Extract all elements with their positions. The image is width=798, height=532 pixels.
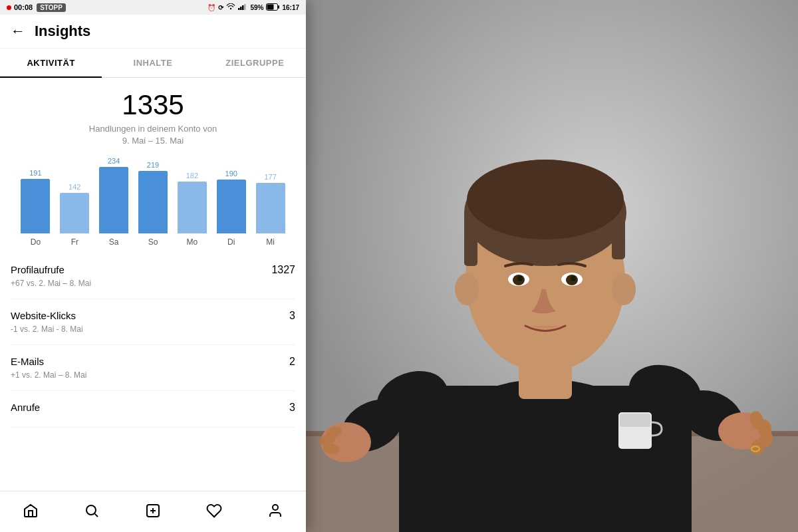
app-header: ← Insights [0, 15, 306, 49]
battery-icon [266, 3, 279, 12]
svg-rect-20 [612, 213, 625, 259]
tab-zielgruppe[interactable]: ZIELGRUPPE [204, 49, 306, 77]
nav-profile[interactable] [261, 496, 290, 525]
person-illustration [293, 0, 798, 532]
stats-section: Profilaufrufe1327+67 vs. 2. Mai – 8. Mai… [0, 253, 306, 428]
svg-rect-19 [464, 213, 477, 266]
stat-label-0: Profilaufrufe [11, 264, 65, 275]
content-area: 1335 Handlungen in deinem Konto von 9. M… [0, 78, 306, 491]
svg-point-8 [86, 505, 96, 515]
bar-fr: 142Fr [55, 183, 94, 247]
alarm-icon: ⏰ [207, 4, 215, 11]
stat-value-0: 1327 [271, 264, 295, 276]
svg-point-21 [467, 160, 624, 239]
bar-label-mi: Mi [266, 237, 275, 247]
nav-home[interactable] [16, 496, 45, 525]
stat-item-1: Website-Klicks3-1 vs. 2. Mai - 8. Mai [11, 299, 295, 345]
tabs-container: AKTIVITÄT INHALTE ZIELGRUPPE [0, 49, 306, 78]
bar-value-so: 219 [147, 161, 159, 169]
stat-item-0: Profilaufrufe1327+67 vs. 2. Mai – 8. Mai [11, 253, 295, 299]
video-background [293, 0, 798, 532]
clock: 16:17 [282, 4, 299, 11]
bar-mo: 182Mo [172, 172, 211, 247]
back-button[interactable]: ← [11, 23, 25, 40]
stat-change-1: -1 vs. 2. Mai - 8. Mai [11, 325, 295, 334]
svg-point-28 [455, 273, 479, 305]
bar-rect-di [217, 180, 246, 233]
svg-rect-45 [620, 414, 650, 427]
status-bar-right: ⏰ ⟳ 59% [207, 3, 299, 12]
svg-rect-4 [244, 4, 246, 10]
chart-section: 1335 Handlungen in deinem Konto von 9. M… [0, 78, 306, 253]
svg-rect-3 [242, 5, 244, 10]
chart-subtitle: Handlungen in deinem Konto von 9. Mai – … [11, 123, 295, 147]
phone-screen: 00:08 STOPP ⏰ ⟳ 59% [0, 0, 306, 532]
bar-value-di: 190 [225, 170, 237, 178]
stat-item-3: Anrufe3 [11, 391, 295, 428]
svg-rect-1 [238, 8, 240, 10]
bar-value-sa: 234 [108, 157, 120, 165]
status-bar: 00:08 STOPP ⏰ ⟳ 59% [0, 0, 306, 15]
nav-search[interactable] [77, 496, 106, 525]
bar-label-mo: Mo [187, 237, 198, 247]
svg-point-0 [230, 8, 231, 9]
wifi-icon [226, 3, 235, 11]
chart-total: 1335 [11, 91, 295, 119]
bar-rect-fr [60, 193, 89, 233]
svg-point-26 [517, 276, 523, 281]
stat-value-3: 3 [289, 402, 295, 414]
svg-point-29 [612, 273, 636, 305]
bar-value-do: 191 [29, 169, 41, 177]
bar-label-fr: Fr [71, 237, 78, 247]
stat-label-1: Website-Klicks [11, 310, 76, 321]
bar-label-di: Di [227, 237, 235, 247]
bar-value-mo: 182 [186, 172, 198, 180]
signal-icon [238, 3, 247, 11]
stat-value-2: 2 [289, 356, 295, 368]
bar-value-mi: 177 [264, 173, 276, 181]
tab-aktivitaet[interactable]: AKTIVITÄT [0, 49, 102, 77]
stat-change-0: +67 vs. 2. Mai – 8. Mai [11, 279, 295, 288]
bar-rect-mi [256, 183, 285, 233]
bottom-nav [0, 491, 306, 532]
orientation-icon: ⟳ [218, 4, 223, 11]
svg-rect-6 [267, 4, 274, 9]
svg-point-27 [571, 276, 576, 281]
bar-rect-do [21, 179, 50, 233]
bar-label-sa: Sa [109, 237, 119, 247]
stop-button[interactable]: STOPP [37, 3, 66, 12]
bar-do: 191Do [16, 169, 55, 247]
svg-rect-2 [240, 7, 242, 10]
stat-value-1: 3 [289, 310, 295, 322]
svg-rect-7 [278, 5, 279, 9]
stat-change-2: +1 vs. 2. Mai – 8. Mai [11, 370, 295, 380]
bar-mi: 177Mi [251, 173, 290, 247]
nav-add[interactable] [138, 496, 168, 525]
bar-rect-so [138, 171, 168, 233]
bar-value-fr: 142 [68, 183, 80, 191]
bar-sa: 234Sa [94, 157, 134, 247]
stat-item-2: E-Mails2+1 vs. 2. Mai – 8. Mai [11, 345, 295, 391]
bar-rect-sa [99, 167, 128, 233]
time-elapsed: 00:08 [14, 3, 33, 11]
battery-percent: 59% [250, 4, 263, 11]
svg-point-10 [273, 505, 278, 510]
stat-label-2: E-Mails [11, 356, 44, 367]
nav-heart[interactable] [200, 496, 229, 525]
stat-label-3: Anrufe [11, 402, 40, 413]
tab-inhalte[interactable]: INHALTE [102, 49, 203, 77]
bar-di: 190Di [211, 170, 251, 247]
page-title: Insights [35, 23, 90, 40]
bar-label-so: So [148, 237, 158, 247]
bar-so: 219So [134, 161, 173, 247]
bar-rect-mo [178, 182, 207, 233]
status-bar-left: 00:08 STOPP [7, 3, 66, 12]
recording-indicator [7, 3, 11, 11]
bar-chart: 191Do142Fr234Sa219So182Mo190Di177Mi [11, 160, 295, 247]
bar-label-do: Do [31, 237, 41, 247]
